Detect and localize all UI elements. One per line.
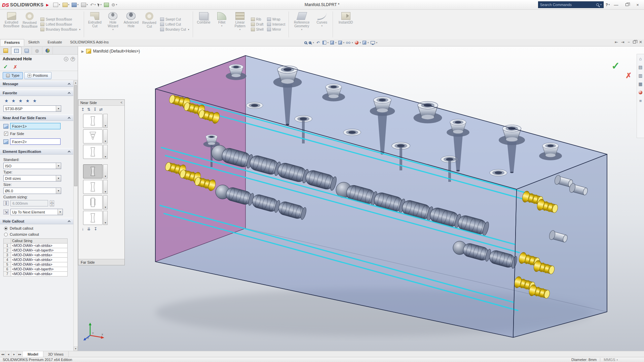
pane-right-icon[interactable]: ⇥: [621, 40, 624, 44]
near-element-5[interactable]: ▼: [83, 180, 124, 194]
flip-stack-icon[interactable]: ⇅: [87, 107, 90, 112]
shell-button[interactable]: Shell: [250, 28, 265, 31]
rib-button[interactable]: Rib: [250, 18, 265, 21]
undo-button[interactable]: ↶▾: [89, 2, 97, 8]
fillet-button[interactable]: Fillet ▾: [213, 10, 231, 38]
design-library-icon[interactable]: ▤: [638, 65, 643, 70]
boundary-cut-button[interactable]: Boundary Cut▾: [159, 28, 190, 31]
draft-button[interactable]: Draft: [250, 23, 265, 26]
extruded-cut-button[interactable]: Extruded Cut: [86, 10, 104, 38]
search-dropdown-icon[interactable]: ▾: [600, 3, 602, 6]
load-favorite-icon[interactable]: ★: [32, 98, 38, 103]
appearances-icon[interactable]: [638, 90, 643, 95]
model-tab[interactable]: Model: [23, 351, 43, 357]
far-side-bar[interactable]: Far Side: [78, 259, 124, 265]
view-settings-button[interactable]: ▾: [370, 39, 378, 46]
cancel-button[interactable]: ✗: [13, 65, 17, 69]
units-selector[interactable]: MMGS: [604, 358, 615, 362]
breadcrumb-text[interactable]: Manifold (Default<Holes>): [93, 49, 140, 54]
search-icon[interactable]: [596, 3, 599, 6]
rebuild-button[interactable]: [103, 2, 110, 8]
reference-geometry-button[interactable]: Reference Geometry ▾: [291, 10, 313, 38]
delete-element-icon[interactable]: ↧: [93, 107, 97, 112]
add-far-element-icon[interactable]: ↓: [82, 227, 84, 231]
pm-tab-featuremanager[interactable]: [1, 47, 11, 54]
save-favorite-icon[interactable]: ★: [25, 98, 31, 103]
standard-select[interactable]: ISO▼: [3, 163, 61, 169]
tab-sketch[interactable]: Sketch: [24, 39, 44, 46]
zoom-area-button[interactable]: ▾: [308, 39, 315, 46]
near-element-3[interactable]: ▼: [83, 145, 124, 159]
near-element-4-active[interactable]: ▼: [83, 164, 124, 178]
add-favorite-icon[interactable]: ★: [10, 98, 16, 103]
default-callout-radio[interactable]: [4, 227, 8, 230]
element-dropdown-icon[interactable]: ▼: [103, 129, 108, 143]
positions-page-button[interactable]: Positions: [24, 72, 51, 79]
scrollbar-thumb[interactable]: [74, 85, 77, 186]
instant3d-button[interactable]: Instant3D: [335, 10, 357, 38]
wrap-button[interactable]: Wrap: [266, 18, 286, 21]
3d-scene[interactable]: [78, 46, 644, 351]
hole-callout-section-header[interactable]: Hole Callout: [0, 218, 73, 224]
confirm-cancel-button[interactable]: ✗: [626, 71, 632, 80]
doc-minimize-button[interactable]: −: [628, 40, 630, 44]
reverse-direction-icon[interactable]: ⇄: [99, 107, 103, 112]
move-element-icon[interactable]: ↧: [94, 227, 97, 231]
revolved-cut-button[interactable]: Revolved Cut: [140, 10, 158, 38]
3d-views-tab[interactable]: 3D Views: [43, 351, 69, 357]
display-style-button[interactable]: ▾: [338, 39, 345, 46]
previous-view-button[interactable]: ↶: [315, 39, 321, 46]
favorite-select[interactable]: ST30-BSP▼: [3, 105, 61, 112]
insert-element-icon[interactable]: ↥: [81, 107, 84, 112]
size-select[interactable]: Ø6.0▼: [3, 188, 61, 194]
advanced-hole-button[interactable]: Advanced Hole: [122, 10, 140, 38]
linear-pattern-button[interactable]: Linear Pattern ▾: [231, 10, 249, 38]
doc-close-button[interactable]: ✕: [639, 40, 642, 44]
favorite-section-header[interactable]: Favorite: [0, 90, 73, 96]
search-commands-box[interactable]: ▾: [538, 1, 604, 8]
scroll-next-tab-icon[interactable]: ▸: [11, 351, 17, 357]
scroll-up-icon[interactable]: ▲: [74, 80, 78, 85]
help-button[interactable]: ?▾: [606, 3, 610, 7]
element-dropdown-icon[interactable]: ▼: [103, 211, 108, 225]
open-button[interactable]: ▾: [62, 2, 71, 8]
save-button[interactable]: ▾: [71, 2, 80, 8]
customize-callout-radio[interactable]: [4, 233, 8, 236]
lofted-cut-button[interactable]: Lofted Cut: [159, 23, 190, 26]
element-spec-section-header[interactable]: Element Specification: [0, 148, 73, 155]
print-button[interactable]: ▾: [80, 2, 89, 8]
pm-tab-configurationmanager[interactable]: [22, 47, 32, 54]
scroll-last-tab-icon[interactable]: ▸▸: [17, 351, 23, 357]
intersect-button[interactable]: Intersect: [266, 23, 286, 26]
pushpin-icon[interactable]: [64, 57, 68, 61]
custom-size-field[interactable]: 6.000mm: [10, 200, 48, 206]
close-button[interactable]: ×: [633, 1, 642, 8]
scroll-down-icon[interactable]: ▼: [74, 347, 78, 351]
element-dropdown-icon[interactable]: ▼: [103, 145, 108, 159]
near-side-header[interactable]: Near Side <: [78, 100, 124, 106]
swap-sides-icon[interactable]: ⇊: [87, 227, 90, 231]
tab-evaluate[interactable]: Evaluate: [44, 39, 66, 46]
size-spinner[interactable]: ▲▼: [50, 200, 54, 206]
edit-appearance-button[interactable]: ▾: [354, 39, 362, 46]
near-element-7[interactable]: ▼: [83, 211, 124, 225]
boundary-boss-button[interactable]: Boundary Boss/Base▾: [39, 28, 81, 31]
near-face-field[interactable]: Face<1>: [10, 123, 61, 129]
search-input[interactable]: [540, 3, 595, 7]
tab-features[interactable]: Features: [0, 39, 24, 46]
select-button[interactable]: ▾: [97, 2, 103, 7]
featuremanager-flyout-icon[interactable]: ▶: [81, 50, 84, 53]
hole-wizard-button[interactable]: Hole Wizard ▾: [104, 10, 122, 38]
near-element-2[interactable]: ▼: [83, 129, 124, 143]
swept-cut-button[interactable]: Swept Cut: [159, 18, 190, 21]
far-face-field[interactable]: Face<2>: [10, 138, 61, 145]
collapse-flyout-icon[interactable]: <: [120, 101, 122, 104]
view-orientation-button[interactable]: ▾: [330, 39, 337, 46]
element-dropdown-icon[interactable]: ▼: [103, 114, 108, 128]
section-view-button[interactable]: ▾: [322, 39, 330, 46]
apply-scene-button[interactable]: ▾: [362, 39, 370, 46]
hole-type-select[interactable]: Drill sizes▼: [3, 175, 61, 182]
units-caret-icon[interactable]: ▴: [616, 358, 618, 361]
custom-properties-icon[interactable]: ≡: [638, 98, 643, 103]
element-dropdown-icon[interactable]: ▼: [103, 180, 108, 194]
